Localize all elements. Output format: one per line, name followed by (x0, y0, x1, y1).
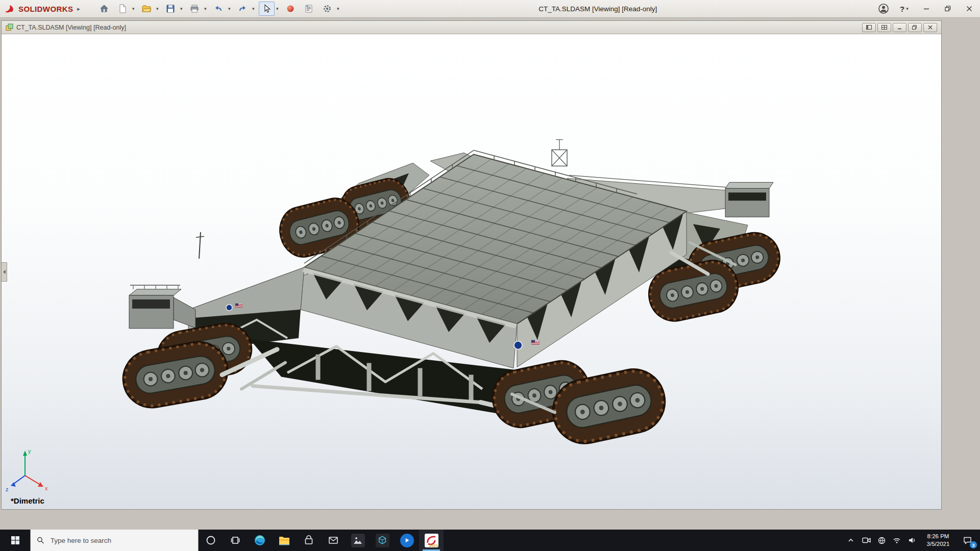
open-dropdown[interactable]: ▾ (155, 6, 160, 11)
right-cab (725, 182, 773, 217)
minimize-button[interactable] (916, 0, 937, 17)
redo-button[interactable] (235, 2, 251, 16)
triad-x-label: x (45, 485, 48, 491)
search-input[interactable] (50, 536, 192, 545)
undo-dropdown[interactable]: ▾ (227, 6, 232, 11)
solidworks-logo-icon (4, 4, 16, 14)
feature-manager-splitter[interactable] (2, 262, 7, 282)
meet-now-button[interactable] (859, 530, 874, 551)
open-folder-icon (141, 4, 152, 14)
viewport-3d[interactable]: y x z *Dimetric (2, 35, 941, 509)
movies-tile (400, 534, 414, 547)
search-icon (37, 536, 44, 544)
solidworks-app-button[interactable]: 2021 (419, 530, 444, 551)
split-pane-button[interactable] (862, 23, 876, 32)
redo-icon (237, 4, 248, 14)
document-properties-button[interactable] (301, 2, 317, 16)
nasa-logo (226, 305, 232, 311)
notification-badge: 3 (970, 541, 977, 548)
properties-icon (304, 4, 314, 14)
print-button[interactable] (187, 2, 203, 16)
save-dropdown[interactable]: ▾ (179, 6, 184, 11)
viewer-tile (376, 534, 389, 547)
movies-app-button[interactable] (395, 530, 419, 551)
user-account-icon (878, 3, 889, 14)
photos-app-button[interactable] (346, 530, 370, 551)
undo-button[interactable] (211, 2, 227, 16)
document-window-controls (862, 23, 937, 32)
print-dropdown[interactable]: ▾ (203, 6, 208, 11)
restore-doc-button[interactable] (908, 23, 922, 32)
select-cursor-icon (261, 4, 272, 14)
document-window: CT_TA.SLDASM [Viewing] [Read-only] (1, 20, 942, 510)
close-doc-icon (927, 25, 933, 30)
splitter-arrow-icon (3, 270, 6, 274)
new-document-button[interactable] (115, 2, 131, 16)
document-titlebar: CT_TA.SLDASM [Viewing] [Read-only] (2, 21, 941, 34)
tile-panes-button[interactable] (877, 23, 891, 32)
brand-name: SOLIDWORKS (18, 5, 73, 13)
assembly-icon (6, 23, 13, 31)
window-controls: ? ▾ (873, 0, 980, 17)
triad-z-label: z (6, 486, 8, 492)
task-view-button[interactable] (223, 530, 248, 551)
mail-icon (328, 535, 339, 546)
hidden-icons-button[interactable] (843, 530, 859, 551)
user-account-button[interactable] (873, 0, 894, 17)
save-button[interactable] (163, 2, 179, 16)
restore-button[interactable] (937, 0, 959, 17)
options-dropdown[interactable]: ▾ (335, 6, 341, 11)
triad-y-label: y (28, 448, 31, 454)
edge-app-button[interactable] (248, 530, 272, 551)
edge-icon (254, 534, 266, 546)
left-cab (129, 285, 181, 329)
new-document-dropdown[interactable]: ▾ (131, 6, 136, 11)
viewer-app-button[interactable] (370, 530, 395, 551)
chevron-up-icon (847, 537, 854, 544)
select-dropdown[interactable]: ▾ (275, 6, 280, 11)
solidworks-tile: 2021 (425, 534, 438, 547)
select-button[interactable] (259, 2, 275, 16)
close-doc-button[interactable] (923, 23, 937, 32)
cortana-button[interactable] (199, 530, 223, 551)
app-titlebar: SOLIDWORKS ▸ ▾ (0, 0, 980, 18)
store-app-button[interactable] (297, 530, 321, 551)
minimize-doc-icon (897, 25, 902, 30)
mail-app-button[interactable] (321, 530, 346, 551)
wifi-button[interactable] (889, 530, 904, 551)
volume-button[interactable] (904, 530, 920, 551)
close-button[interactable] (959, 0, 980, 17)
clock-date: 3/5/2021 (927, 540, 950, 548)
play-icon (402, 536, 411, 545)
help-dropdown: ▾ (904, 6, 910, 11)
crawler-transporter-model[interactable]: y x z (2, 35, 941, 509)
close-icon (966, 6, 972, 12)
options-button[interactable] (320, 2, 335, 16)
redo-dropdown[interactable]: ▾ (251, 6, 256, 11)
wifi-icon (893, 537, 901, 544)
new-document-icon (117, 4, 128, 14)
help-button[interactable]: ? ▾ (894, 0, 916, 17)
file-explorer-app-button[interactable] (272, 530, 297, 551)
tile-panes-icon (881, 25, 887, 30)
search-box[interactable] (30, 530, 199, 551)
split-pane-icon (866, 25, 872, 30)
taskbar-clock[interactable]: 8:26 PM 3/5/2021 (920, 530, 957, 551)
store-icon (303, 535, 314, 546)
save-icon (165, 4, 176, 14)
home-icon (99, 4, 109, 14)
view-orientation-label: *Dimetric (11, 496, 44, 505)
minimize-icon (923, 6, 929, 12)
start-button[interactable] (0, 530, 30, 551)
file-explorer-icon (278, 535, 290, 546)
open-button[interactable] (139, 2, 155, 16)
home-button[interactable] (96, 2, 112, 16)
antenna-mast (199, 232, 201, 259)
notification-center-button[interactable]: 3 (957, 530, 978, 551)
screen: SOLIDWORKS ▸ ▾ (0, 0, 980, 551)
minimize-doc-button[interactable] (893, 23, 906, 32)
window-title: CT_TA.SLDASM [Viewing] [Read-only] (538, 5, 657, 13)
menu-expand-icon[interactable]: ▸ (77, 6, 80, 12)
appearances-button[interactable] (283, 2, 299, 16)
network-button[interactable] (874, 530, 889, 551)
